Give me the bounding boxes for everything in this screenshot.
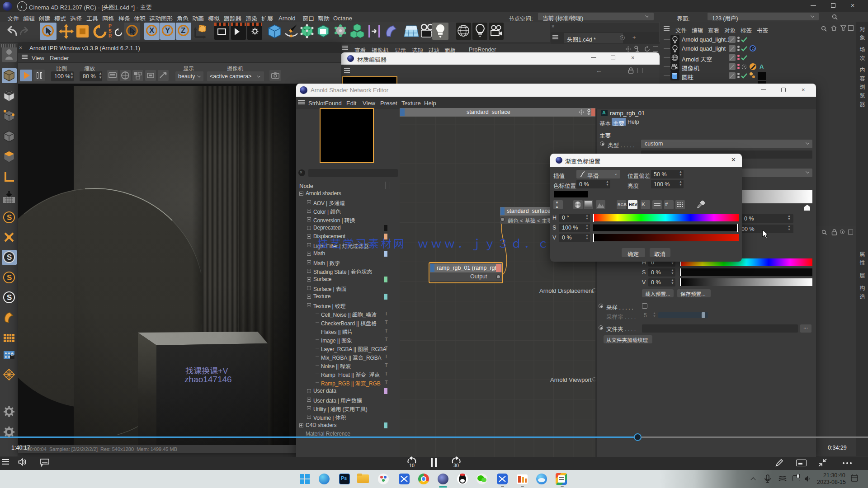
svg-text:S: S (7, 253, 12, 262)
svg-text:S: S (7, 293, 12, 302)
svg-text:S: S (7, 213, 12, 222)
svg-text:30: 30 (453, 463, 459, 468)
svg-text:10: 10 (409, 463, 415, 468)
svg-text:S: S (7, 273, 12, 282)
